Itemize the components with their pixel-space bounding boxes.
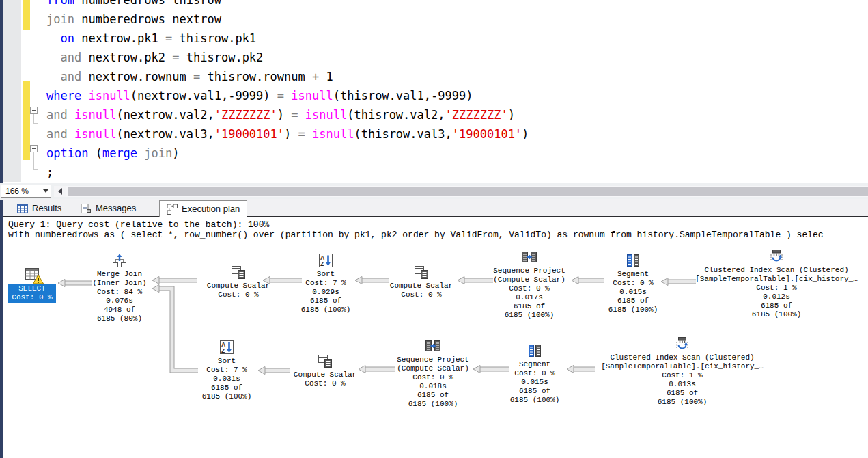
collapse-toggle-icon[interactable]	[30, 145, 38, 152]
code-line: join numberedrows nextrow	[46, 10, 529, 29]
plan-node-segment-2[interactable]: SegmentCost: 0 %0.015s6185 of6185 (100%)	[501, 342, 569, 405]
plan-node-text-line: Merge Join	[82, 270, 157, 279]
segment-icon	[527, 342, 543, 359]
plan-node-text-line: 6185 of	[385, 391, 481, 400]
outlining-line	[33, 152, 34, 169]
plan-node-text-line: Cost: 0 %	[197, 291, 279, 299]
code-editor[interactable]: from numberedrows thisrowjoin numberedro…	[3, 0, 868, 182]
plan-node-text-line: Cost: 0 %	[284, 379, 366, 388]
plan-node-text-line: Sort	[292, 270, 360, 279]
sort-icon	[219, 339, 235, 355]
code-line: where isnull(nextrow.val1,-9999) = isnul…	[46, 86, 529, 105]
plan-node-text-line: 6185 (100%)	[688, 310, 865, 319]
plan-node-text-line: 6185 (80%)	[82, 314, 157, 323]
plan-node-text-line: 6185 (100%)	[501, 396, 569, 405]
code-line: and nextrow.pk2 = thisrow.pk2	[46, 48, 529, 67]
plan-node-text-line: 4948 of	[82, 306, 157, 314]
plan-node-text-line: Cost: 7 %	[193, 366, 261, 375]
plan-node-text-line: 6185 (100%)	[593, 398, 771, 407]
hscrollbar-thumb[interactable]	[68, 187, 868, 196]
plan-node-text-line: 0.015s	[599, 288, 667, 297]
plan-node-text-line: Cost: 0 %	[501, 369, 569, 378]
tab-results-label: Results	[32, 203, 61, 213]
plan-node-text-line: 6185 (100%)	[599, 306, 667, 314]
plan-node-sequence-project-1[interactable]: Sequence Project(Compute Scalar)Cost: 0 …	[481, 249, 577, 320]
query-cost-line: Query 1: Query cost (relative to the bat…	[3, 217, 868, 230]
plan-node-label: Merge Join(Inner Join)Cost: 84 %0.076s49…	[82, 270, 157, 323]
outlining-line	[33, 114, 34, 123]
plan-node-sort-1[interactable]: SortCost: 7 %0.029s6185 of6185 (100%)	[292, 252, 360, 314]
segment-icon	[625, 252, 641, 269]
plan-node-text-line: 0.013s	[593, 380, 771, 389]
plan-node-label: SortCost: 7 %0.029s6185 of6185 (100%)	[292, 270, 360, 314]
plan-node-text-line: Cost: 0 %	[385, 373, 481, 382]
plan-node-text-line: 6185 of	[481, 302, 577, 311]
plan-node-label: Compute ScalarCost: 0 %	[284, 371, 366, 388]
plan-node-label: SortCost: 7 %0.031s6185 of6185 (100%)	[193, 357, 261, 401]
tab-messages-label: Messages	[96, 203, 136, 213]
editor-bottom-bar: 166 %	[0, 183, 868, 200]
plan-node-text-line: Cost: 7 %	[292, 279, 360, 288]
compute-scalar-icon	[413, 264, 430, 280]
plan-node-text-line: Cost: 1 %	[688, 284, 865, 293]
code-line: on nextrow.pk1 = thisrow.pk1	[46, 29, 529, 48]
plan-node-label: SELECTCost: 0 %	[8, 284, 56, 303]
plan-node-label: SegmentCost: 0 %0.015s6185 of6185 (100%)	[501, 360, 569, 405]
scroll-left-button[interactable]	[54, 186, 66, 197]
plan-node-text-line: 6185 (100%)	[385, 400, 481, 409]
plan-node-text-line: Cost: 0 %	[380, 291, 462, 299]
plan-node-text-line: 0.029s	[292, 288, 360, 297]
clustered-index-scan-icon	[674, 336, 690, 352]
plan-node-text-line: Cost: 0 %	[599, 279, 667, 288]
plan-node-text-line: 0.076s	[82, 297, 157, 306]
plan-node-text-line: (Inner Join)	[82, 279, 157, 288]
plan-node-clustered-index-scan-1[interactable]: Clustered Index Scan (Clustered)[SampleT…	[688, 248, 865, 319]
plan-node-text-line: Clustered Index Scan (Clustered)	[593, 353, 771, 362]
chevron-down-icon[interactable]	[40, 185, 51, 197]
tab-results[interactable]: Results	[10, 200, 68, 216]
plan-node-segment-1[interactable]: SegmentCost: 0 %0.015s6185 of6185 (100%)	[599, 252, 667, 314]
execution-plan-icon	[167, 204, 178, 215]
code-line: and isnull(nextrow.val2,'ZZZZZZZ') = isn…	[46, 105, 529, 124]
plan-node-merge-join[interactable]: Merge Join(Inner Join)Cost: 84 %0.076s49…	[82, 252, 157, 323]
code-line: and nextrow.rownum = thisrow.rownum + 1	[46, 67, 529, 86]
plan-node-text-line: [SampleTemporalTable].[cix_history_…	[688, 275, 865, 284]
collapse-toggle-icon[interactable]	[30, 107, 38, 114]
plan-node-compute-scalar-3[interactable]: Compute ScalarCost: 0 %	[284, 353, 366, 388]
plan-node-text-line: 6185 of	[292, 297, 360, 306]
editor-gutter	[3, 0, 21, 182]
plan-node-clustered-index-scan-2[interactable]: Clustered Index Scan (Clustered)[SampleT…	[593, 336, 771, 407]
messages-icon	[81, 204, 92, 213]
plan-node-sequence-project-2[interactable]: Sequence Project(Compute Scalar)Cost: 0 …	[385, 338, 481, 409]
code-line: from numberedrows thisrow	[46, 0, 529, 10]
clustered-index-scan-icon	[768, 248, 785, 265]
plan-node-text-line: Cost: 1 %	[593, 371, 771, 380]
plan-node-label: SegmentCost: 0 %0.015s6185 of6185 (100%)	[599, 270, 667, 314]
plan-node-text-line: Clustered Index Scan (Clustered)	[688, 266, 865, 275]
zoom-level-combo[interactable]: 166 %	[1, 185, 51, 198]
code-line: option (merge join)	[46, 144, 529, 163]
editor-hscrollbar[interactable]	[66, 186, 868, 197]
plan-node-text-line: 0.012s	[688, 293, 865, 301]
plan-node-label: Sequence Project(Compute Scalar)Cost: 0 …	[481, 267, 577, 320]
results-tabstrip: Results Messages Execution plan	[3, 199, 868, 217]
outlining-line	[38, 0, 38, 107]
plan-node-label: Clustered Index Scan (Clustered)[SampleT…	[688, 266, 865, 319]
query-statement-line: with numberedrows as ( select *, row_num…	[3, 230, 868, 240]
plan-node-text-line: Sort	[193, 357, 261, 366]
plan-node-text-line: Compute Scalar	[284, 371, 366, 379]
plan-node-text-line: Cost: 0 %	[481, 284, 577, 293]
plan-node-compute-scalar-1[interactable]: Compute ScalarCost: 0 %	[197, 264, 279, 299]
plan-node-text-line: 0.031s	[193, 375, 261, 383]
plan-node-sort-2[interactable]: SortCost: 7 %0.031s6185 of6185 (100%)	[193, 339, 261, 401]
change-tracking-bar	[23, 81, 30, 160]
plan-node-text-line: 6185 of	[193, 383, 261, 392]
merge-join-icon	[111, 252, 128, 269]
tab-execution-plan[interactable]: Execution plan	[159, 200, 247, 217]
plan-node-compute-scalar-2[interactable]: Compute ScalarCost: 0 %	[380, 264, 462, 299]
execution-plan-canvas[interactable]: SELECTCost: 0 % Merge Join(Inner Join)Co…	[3, 241, 868, 458]
code-line: ;	[46, 163, 529, 182]
tab-messages[interactable]: Messages	[74, 200, 143, 216]
outlining-line	[33, 169, 38, 170]
plan-node-select[interactable]: SELECTCost: 0 %	[8, 266, 56, 303]
